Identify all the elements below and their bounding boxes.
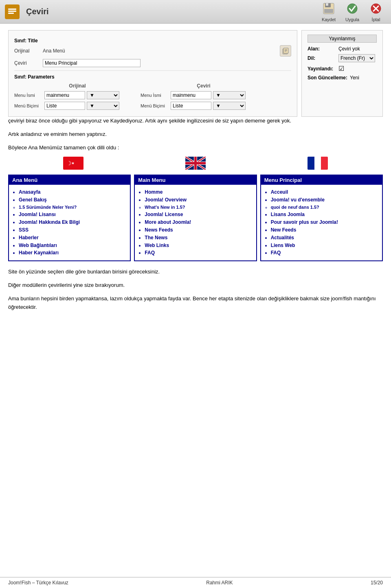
list-item: The News xyxy=(145,234,253,241)
menu-bicimi-orig-label: Menü Biçimi xyxy=(14,103,43,108)
footer-right: 15/20 xyxy=(371,580,383,586)
son-guncelleme-value: Yeni xyxy=(350,75,359,81)
params-section-title: Sınıf: Parameters xyxy=(14,74,291,80)
flag-turkey xyxy=(63,157,83,170)
menu-bicimi-trans-select[interactable]: ▼ xyxy=(213,102,246,110)
translation-label: Çeviri xyxy=(14,60,39,66)
menu-bicimi-orig-input[interactable] xyxy=(44,102,85,110)
flag-france xyxy=(308,157,328,170)
translation-row: Çeviri xyxy=(14,59,291,67)
list-item: quoi de neuf dans 1.5? xyxy=(271,204,379,210)
list-item: Acceuil xyxy=(271,189,379,196)
list-item: What's New in 1.5? xyxy=(145,204,253,210)
menu-en-title: Main Menu xyxy=(135,175,256,185)
flag-uk xyxy=(185,157,206,170)
list-item: Joomla! License xyxy=(145,211,253,218)
toolbar-button-group: Kaydet Uygula İptal xyxy=(319,1,386,22)
list-item: News Feeds xyxy=(145,227,253,234)
menu-box-en: Main Menu Homme Joomla! Overview What's … xyxy=(134,175,257,261)
menu-ismi-row: Menu İsmi ▼ Menu İsmi ▼ xyxy=(14,91,291,99)
footer: Joom!Fish – Türkçe Kılavuz Rahmi ARIK 15… xyxy=(0,577,391,588)
menu-fr-list: Acceuil Joomla! vu d'ensemble quoi de ne… xyxy=(264,189,379,256)
menu-ismi-orig-select[interactable]: ▼ xyxy=(87,91,119,99)
list-item: New Feeds xyxy=(271,227,379,234)
menu-ismi-trans-select[interactable]: ▼ xyxy=(213,91,246,99)
yayinlandi-checkbox[interactable]: ☑ xyxy=(338,65,344,72)
svg-rect-3 xyxy=(8,13,14,14)
list-item: Joomla! vu d'ensemble xyxy=(271,197,379,203)
footer-left: Joom!Fish – Türkçe Kılavuz xyxy=(8,580,68,586)
menu-fr-content: Acceuil Joomla! vu d'ensemble quoi de ne… xyxy=(261,187,382,260)
menu-ismi-orig-label: Menu İsmi xyxy=(14,93,43,98)
menu-bicimi-trans-input[interactable] xyxy=(171,102,211,110)
svg-rect-25 xyxy=(185,162,206,164)
original-row: Orijinal Ana Menü xyxy=(14,45,291,57)
menu-en-content: Homme Joomla! Overview What's New in 1.5… xyxy=(135,187,256,260)
alan-value: Çeviri yok xyxy=(338,46,360,52)
original-value: Ana Menü xyxy=(43,48,65,54)
svg-rect-7 xyxy=(324,9,333,13)
list-item: FAQ xyxy=(271,249,379,256)
list-item: Liens Web xyxy=(271,242,379,249)
list-item: More about Joomla! xyxy=(145,219,253,226)
list-item: Web Bağlantıları xyxy=(19,242,127,249)
list-item: Actualités xyxy=(271,234,379,241)
menu-ismi-orig-field: Menu İsmi ▼ xyxy=(14,91,137,99)
save-icon xyxy=(321,1,336,16)
list-item: Lisans Joomla xyxy=(271,211,379,218)
bottom-text-3: Ama bunların hepsini birden yapmaktansa,… xyxy=(8,295,383,312)
save-button[interactable]: Kaydet xyxy=(319,1,339,22)
list-item: SSS xyxy=(19,227,127,234)
published-sidebar: Yayınlanmış Alan: Çeviri yok Dil: French… xyxy=(301,30,383,117)
dil-row: Dil: French (Fr) xyxy=(308,54,377,62)
svg-rect-6 xyxy=(326,3,328,6)
apply-icon xyxy=(345,1,360,16)
main-content: Sınıf: Title Orijinal Ana Menü xyxy=(0,24,391,323)
apply-button[interactable]: Uygula xyxy=(342,1,362,22)
menu-box-tr: Ana Menü Anasayfa Genel Bakış 1.5 Sürümü… xyxy=(8,175,131,261)
toolbar: Çeviri Kaydet Uygula xyxy=(0,0,391,24)
bottom-text-1: Site ön yüzünde seçilen dile göre bunlar… xyxy=(8,268,383,276)
menu-bicimi-orig-select[interactable]: ▼ xyxy=(87,102,119,110)
app-title: Çeviri xyxy=(26,7,312,16)
cancel-label: İptal xyxy=(372,17,380,22)
menu-ismi-trans-input[interactable] xyxy=(171,91,211,99)
menu-en-list: Homme Joomla! Overview What's New in 1.5… xyxy=(138,189,253,256)
menu-bicimi-row: Menü Biçimi ▼ Menü Biçimi ▼ xyxy=(14,102,291,110)
alan-row: Alan: Çeviri yok xyxy=(308,46,377,52)
cancel-button[interactable]: İptal xyxy=(366,1,386,22)
params-trans-header: Çeviri xyxy=(141,83,267,89)
menu-bicimi-trans-label: Menü Biçimi xyxy=(141,103,169,108)
intro-text-1: çeviriyi biraz önce olduğu gibi yapıyoru… xyxy=(8,117,383,125)
intro-text-2: Artık anladınız ve eminim hemen yaptınız… xyxy=(8,130,383,139)
dil-select[interactable]: French (Fr) xyxy=(338,54,375,62)
alan-label: Alan: xyxy=(308,46,336,52)
menu-tr-list: Anasayfa Genel Bakış 1.5 Sürümünde Neler… xyxy=(12,189,127,256)
yayinlandi-row: Yayınlandı: ☑ xyxy=(308,65,377,72)
copy-icon-1[interactable] xyxy=(280,45,291,57)
save-label: Kaydet xyxy=(322,17,336,22)
list-item: Anasayfa xyxy=(19,189,127,196)
menu-bicimi-orig-field: Menü Biçimi ▼ xyxy=(14,102,137,110)
list-item: Homme xyxy=(145,189,253,196)
class-title-section: Sınıf: Title xyxy=(14,38,291,44)
list-item: Genel Bakış xyxy=(19,197,127,203)
flag-fr-container xyxy=(261,157,375,170)
list-item: 1.5 Sürümünde Neler Yeni? xyxy=(19,204,127,210)
svg-rect-1 xyxy=(8,9,16,10)
menu-ismi-orig-input[interactable] xyxy=(44,91,85,99)
list-item: Joomla! Overview xyxy=(145,197,253,203)
flag-tr-container xyxy=(16,157,130,170)
menu-box-fr: Menu Principal Acceuil Joomla! vu d'ense… xyxy=(260,175,383,261)
cancel-icon xyxy=(369,1,383,16)
son-guncelleme-label: Son Güncelleme: xyxy=(308,75,347,81)
son-guncelleme-row: Son Güncelleme: Yeni xyxy=(308,75,377,81)
translation-input[interactable] xyxy=(43,59,141,67)
yayinlandi-label: Yayınlandı: xyxy=(308,66,336,72)
footer-center: Rahmi ARIK xyxy=(206,580,233,586)
list-item: Joomla! Hakkında Ek Bilgi xyxy=(19,219,127,226)
bottom-text-2: Diğer modüllerin çevirilerini yine size … xyxy=(8,281,383,290)
list-item: Web Links xyxy=(145,242,253,249)
params-header: Orijinal Çeviri xyxy=(14,83,291,89)
translation-panel: Sınıf: Title Orijinal Ana Menü xyxy=(8,30,383,117)
